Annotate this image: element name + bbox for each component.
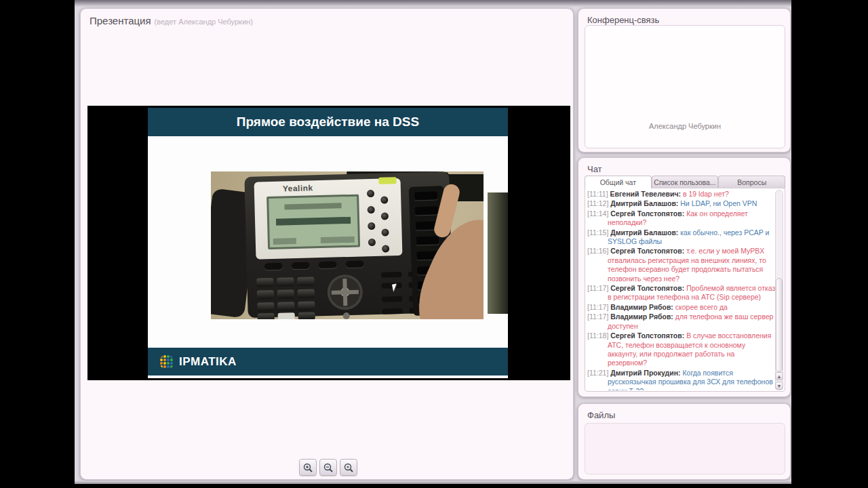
scroll-up-button[interactable]: ▲: [775, 372, 783, 380]
chat-message-author: Евгений Тевелевич:: [610, 190, 683, 198]
chat-panel: Чат Общий чат Список пользова... Вопросы…: [578, 157, 791, 397]
chat-tabs: Общий чат Список пользова... Вопросы: [585, 176, 785, 188]
chat-message-author: Дмитрий Балашов:: [610, 199, 680, 207]
tab-questions[interactable]: Вопросы: [718, 176, 785, 188]
chat-message-text: Ни LDAP, ни Open VPN: [680, 199, 757, 207]
chat-message-text: в 19 ldap нет?: [683, 190, 729, 198]
zoom-in-button[interactable]: [299, 459, 317, 476]
chat-message-time: [11:17]: [587, 284, 610, 292]
zoom-out-button[interactable]: [319, 459, 337, 476]
chat-message: [11:21] Дмитрий Прокудин: Когда появится…: [587, 369, 776, 390]
chat-message: [11:17] Владимир Рябов: для телефона же …: [587, 312, 776, 331]
scroll-down-button[interactable]: ▼: [775, 382, 783, 390]
chat-message: [11:16] Сергей Толстопятов: т.е. если у …: [587, 247, 776, 283]
chat-box: [11:11] Евгений Тевелевич: в 19 ldap нет…: [585, 188, 785, 392]
chat-title: Чат: [578, 158, 790, 174]
presentation-panel: Презентация(ведет Александр Чебуркин) Пр…: [80, 8, 574, 480]
chat-message-author: Владимир Рябов:: [610, 303, 675, 311]
phone-faceplate: Yealink: [254, 178, 403, 260]
chat-message: [11:11] Евгений Тевелевич: в 19 ldap нет…: [587, 190, 776, 199]
chat-message-time: [11:14]: [587, 209, 610, 218]
chat-message-text: скорее всего да: [675, 303, 728, 311]
slide-photo-partial: [488, 192, 508, 314]
chat-message-author: Сергей Толстопятов:: [610, 331, 686, 340]
chat-message: [11:17] Сергей Толстопятов: Проблемой яв…: [587, 284, 776, 302]
presentation-title: Презентация(ведет Александр Чебуркин): [81, 9, 573, 26]
chat-scrollbar-thumb[interactable]: [776, 278, 783, 371]
slide-title: Прямое воздействие на DSS: [148, 108, 508, 136]
zoom-in-icon: [302, 462, 313, 473]
chat-message: [11:15] Дмитрий Балашов: как обычно., че…: [587, 228, 776, 247]
chat-message-author: Сергей Толстопятов:: [610, 247, 686, 255]
ipmatika-logo-text: IPMATIKA: [179, 355, 237, 369]
chat-message-author: Дмитрий Прокудин:: [610, 369, 682, 377]
slide-photo-phone: Yealink: [211, 171, 484, 319]
chat-message-time: [11:21]: [587, 369, 610, 377]
chat-message: [11:14] Сергей Толстопятов: Как он опред…: [587, 209, 776, 228]
conference-title: Конференц-связь: [578, 9, 790, 25]
chat-message-time: [11:15]: [587, 228, 610, 237]
tab-general-chat[interactable]: Общий чат: [585, 176, 652, 188]
slide: Прямое воздействие на DSS Yealink: [148, 108, 508, 378]
phone-screen: [267, 195, 360, 250]
chat-message-author: Владимир Рябов:: [610, 312, 675, 321]
presenter-subtitle: (ведет Александр Чебуркин): [155, 18, 253, 26]
phone-nav-cluster: [327, 274, 363, 310]
conference-video-box: Александр Чебуркин: [585, 25, 785, 148]
chat-message-time: [11:17]: [587, 303, 610, 311]
files-panel: Файлы: [578, 403, 791, 480]
chat-message-time: [11:17]: [587, 312, 610, 321]
presentation-title-text: Презентация: [90, 15, 151, 26]
tab-user-list[interactable]: Список пользова...: [652, 176, 719, 188]
phone-brand-label: Yealink: [283, 183, 313, 193]
chat-scrollbar[interactable]: [775, 190, 783, 390]
zoom-reset-button[interactable]: [340, 459, 357, 476]
chat-message-list: [11:11] Евгений Тевелевич: в 19 ldap нет…: [587, 190, 776, 390]
chat-message: [11:17] Владимир Рябов: скорее всего да: [587, 303, 776, 312]
files-box: [585, 423, 785, 474]
sticker: [378, 177, 396, 184]
chat-message-author: Сергей Толстопятов:: [610, 209, 686, 218]
slide-footer: IPMATIKA: [148, 348, 508, 375]
chat-message-time: [11:12]: [587, 199, 610, 207]
files-title: Файлы: [578, 404, 790, 420]
chat-message: [11:12] Дмитрий Балашов: Ни LDAP, ни Ope…: [587, 199, 776, 208]
chat-message-author: Дмитрий Балашов:: [610, 228, 680, 237]
chat-message-author: Сергей Толстопятов:: [610, 284, 686, 292]
chat-message-time: [11:11]: [587, 190, 610, 198]
speaker-name: Александр Чебуркин: [585, 122, 785, 130]
zoom-out-icon: [323, 462, 334, 473]
chat-message: [11:18] Сергей Толстопятов: В случае вос…: [587, 331, 776, 368]
chat-message-time: [11:18]: [587, 331, 610, 340]
conference-panel: Конференц-связь Александр Чебуркин: [578, 8, 791, 152]
ipmatika-globe-icon: [159, 354, 175, 370]
zoom-reset-icon: [343, 462, 354, 473]
webinar-stage: Презентация(ведет Александр Чебуркин) Пр…: [75, 0, 791, 484]
chat-message-time: [11:16]: [587, 247, 610, 255]
presentation-video: Прямое воздействие на DSS Yealink: [87, 106, 570, 380]
zoom-controls: [299, 459, 357, 476]
